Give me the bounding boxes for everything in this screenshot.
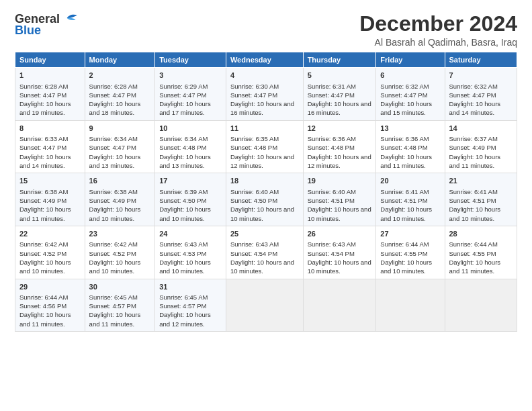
- daylight-label: Daylight: 10 hours and 12 minutes.: [308, 153, 371, 169]
- sunset-text: Sunset: 4:53 PM: [159, 250, 206, 257]
- daylight-label: Daylight: 10 hours and 13 minutes.: [159, 153, 211, 169]
- sunrise-text: Sunrise: 6:36 AM: [380, 135, 429, 142]
- header-friday: Friday: [376, 52, 445, 68]
- calendar-cell: [226, 279, 303, 332]
- daylight-label: Daylight: 10 hours and 14 minutes.: [449, 100, 501, 116]
- day-number: 22: [19, 229, 81, 239]
- header-tuesday: Tuesday: [155, 52, 226, 68]
- calendar-cell: 15Sunrise: 6:38 AMSunset: 4:49 PMDayligh…: [15, 173, 85, 226]
- sunrise-text: Sunrise: 6:34 AM: [159, 135, 208, 142]
- sunset-text: Sunset: 4:57 PM: [159, 302, 206, 310]
- sunset-text: Sunset: 4:51 PM: [449, 197, 496, 204]
- day-number: 27: [380, 229, 440, 239]
- sunrise-text: Sunrise: 6:29 AM: [159, 83, 208, 90]
- calendar-table: SundayMondayTuesdayWednesdayThursdayFrid…: [15, 52, 517, 332]
- sunset-text: Sunset: 4:47 PM: [308, 91, 355, 99]
- logo-blue: Blue: [15, 24, 41, 38]
- header-saturday: Saturday: [445, 52, 517, 68]
- sunset-text: Sunset: 4:48 PM: [159, 144, 206, 151]
- calendar-cell: 18Sunrise: 6:40 AMSunset: 4:50 PMDayligh…: [226, 173, 303, 226]
- header-wednesday: Wednesday: [226, 52, 303, 68]
- day-number: 19: [308, 176, 372, 186]
- day-number: 28: [449, 229, 513, 239]
- calendar-cell: 29Sunrise: 6:44 AMSunset: 4:56 PMDayligh…: [15, 279, 85, 332]
- daylight-label: Daylight: 10 hours and 10 minutes.: [308, 259, 371, 275]
- day-number: 12: [308, 124, 372, 134]
- sunrise-text: Sunrise: 6:40 AM: [308, 188, 356, 195]
- daylight-label: Daylight: 10 hours and 16 minutes.: [308, 100, 371, 116]
- sunrise-text: Sunrise: 6:44 AM: [380, 240, 429, 248]
- calendar-cell: 6Sunrise: 6:32 AMSunset: 4:47 PMDaylight…: [376, 68, 445, 121]
- day-number: 17: [159, 176, 222, 186]
- day-number: 18: [230, 176, 299, 186]
- sunset-text: Sunset: 4:49 PM: [89, 197, 136, 204]
- day-number: 26: [308, 229, 372, 239]
- calendar-cell: 12Sunrise: 6:36 AMSunset: 4:48 PMDayligh…: [303, 120, 376, 173]
- calendar-cell: 16Sunrise: 6:38 AMSunset: 4:49 PMDayligh…: [85, 173, 155, 226]
- day-number: 2: [89, 71, 151, 81]
- sunrise-text: Sunrise: 6:44 AM: [19, 293, 68, 301]
- calendar-week-row: 29Sunrise: 6:44 AMSunset: 4:56 PMDayligh…: [15, 279, 517, 332]
- day-number: 3: [159, 71, 222, 81]
- calendar-cell: 13Sunrise: 6:36 AMSunset: 4:48 PMDayligh…: [376, 120, 445, 173]
- calendar-cell: 28Sunrise: 6:44 AMSunset: 4:55 PMDayligh…: [445, 226, 517, 279]
- sunset-text: Sunset: 4:48 PM: [308, 144, 355, 151]
- sunset-text: Sunset: 4:51 PM: [308, 197, 355, 204]
- sunset-text: Sunset: 4:47 PM: [89, 91, 136, 99]
- calendar-cell: 11Sunrise: 6:35 AMSunset: 4:48 PMDayligh…: [226, 120, 303, 173]
- day-number: 25: [230, 229, 299, 239]
- daylight-label: Daylight: 10 hours and 11 minutes.: [449, 153, 501, 169]
- day-number: 7: [449, 71, 513, 81]
- sunset-text: Sunset: 4:47 PM: [230, 91, 277, 99]
- sunset-text: Sunset: 4:50 PM: [159, 197, 206, 204]
- calendar-cell: 5Sunrise: 6:31 AMSunset: 4:47 PMDaylight…: [303, 68, 376, 121]
- sunset-text: Sunset: 4:55 PM: [380, 250, 427, 257]
- sunset-text: Sunset: 4:55 PM: [449, 250, 496, 257]
- sunset-text: Sunset: 4:47 PM: [380, 91, 427, 99]
- day-number: 6: [380, 71, 440, 81]
- calendar-cell: 7Sunrise: 6:32 AMSunset: 4:47 PMDaylight…: [445, 68, 517, 121]
- logo: General Blue: [15, 12, 79, 38]
- sunrise-text: Sunrise: 6:32 AM: [449, 83, 498, 90]
- sunset-text: Sunset: 4:52 PM: [19, 250, 66, 257]
- sunrise-text: Sunrise: 6:31 AM: [308, 83, 356, 90]
- daylight-label: Daylight: 10 hours and 14 minutes.: [19, 153, 71, 169]
- day-number: 10: [159, 124, 222, 134]
- calendar-week-row: 8Sunrise: 6:33 AMSunset: 4:47 PMDaylight…: [15, 120, 517, 173]
- sunrise-text: Sunrise: 6:40 AM: [230, 188, 279, 195]
- calendar-cell: 31Sunrise: 6:45 AMSunset: 4:57 PMDayligh…: [155, 279, 226, 332]
- daylight-label: Daylight: 10 hours and 18 minutes.: [89, 100, 141, 116]
- calendar-cell: 9Sunrise: 6:34 AMSunset: 4:47 PMDaylight…: [85, 120, 155, 173]
- day-number: 15: [19, 176, 81, 186]
- sunrise-text: Sunrise: 6:38 AM: [19, 188, 68, 195]
- day-number: 4: [230, 71, 299, 81]
- day-number: 23: [89, 229, 151, 239]
- calendar-week-row: 22Sunrise: 6:42 AMSunset: 4:52 PMDayligh…: [15, 226, 517, 279]
- day-number: 31: [159, 282, 222, 292]
- daylight-label: Daylight: 10 hours and 16 minutes.: [230, 100, 294, 116]
- calendar-body: 1Sunrise: 6:28 AMSunset: 4:47 PMDaylight…: [15, 68, 517, 332]
- page-header: General Blue December 2024 Al Basrah al …: [15, 12, 517, 48]
- sunrise-text: Sunrise: 6:32 AM: [380, 83, 429, 90]
- sunrise-text: Sunrise: 6:41 AM: [449, 188, 498, 195]
- sunrise-text: Sunrise: 6:43 AM: [230, 240, 279, 248]
- sunrise-text: Sunrise: 6:33 AM: [19, 135, 68, 142]
- calendar-cell: 21Sunrise: 6:41 AMSunset: 4:51 PMDayligh…: [445, 173, 517, 226]
- sunrise-text: Sunrise: 6:28 AM: [19, 83, 68, 90]
- calendar-cell: [376, 279, 445, 332]
- daylight-label: Daylight: 10 hours and 11 minutes.: [19, 311, 71, 327]
- sunrise-text: Sunrise: 6:35 AM: [230, 135, 279, 142]
- sunset-text: Sunset: 4:56 PM: [19, 302, 66, 310]
- sunset-text: Sunset: 4:48 PM: [230, 144, 277, 151]
- title-section: December 2024 Al Basrah al Qadimah, Basr…: [359, 12, 517, 48]
- calendar-cell: 25Sunrise: 6:43 AMSunset: 4:54 PMDayligh…: [226, 226, 303, 279]
- daylight-label: Daylight: 10 hours and 10 minutes.: [89, 205, 141, 222]
- day-number: 21: [449, 176, 513, 186]
- sunrise-text: Sunrise: 6:37 AM: [449, 135, 498, 142]
- calendar-cell: 1Sunrise: 6:28 AMSunset: 4:47 PMDaylight…: [15, 68, 85, 121]
- sunrise-text: Sunrise: 6:41 AM: [380, 188, 429, 195]
- daylight-label: Daylight: 10 hours and 10 minutes.: [19, 259, 71, 275]
- calendar-cell: 10Sunrise: 6:34 AMSunset: 4:48 PMDayligh…: [155, 120, 226, 173]
- sunset-text: Sunset: 4:47 PM: [159, 91, 206, 99]
- day-number: 11: [230, 124, 299, 134]
